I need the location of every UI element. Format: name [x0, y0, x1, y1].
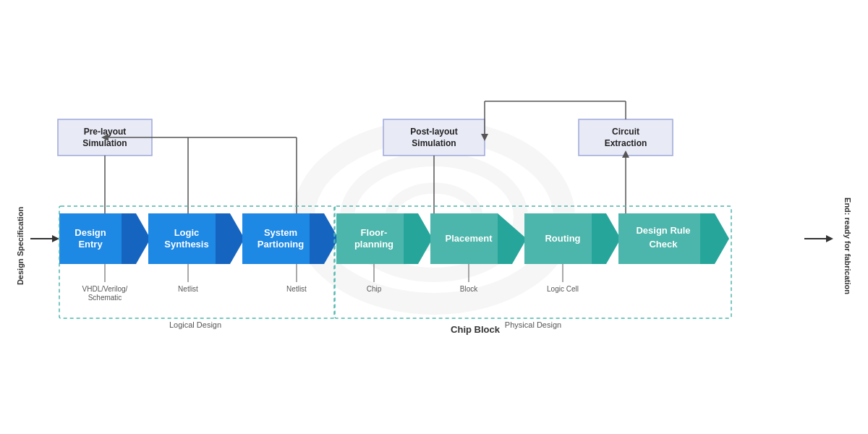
output-label-vhdl2: Schematic [88, 294, 122, 302]
placement-tip [498, 213, 527, 264]
pre-layout-sim-label2: Simulation [82, 138, 127, 148]
design-spec-label: Design Specification [16, 207, 25, 285]
floorplanning-tip [404, 213, 433, 264]
system-partioning-label1: System [264, 227, 297, 238]
logic-synthesis-label2: Synthesis [164, 239, 208, 250]
routing-tip [592, 213, 621, 264]
output-label-chip: Chip [367, 285, 382, 293]
post-layout-sim-label: Post-layout [410, 127, 457, 137]
input-arrow-head [52, 235, 59, 242]
circuit-extraction-box [579, 119, 673, 156]
diagram-svg: Design Specification End: ready for fabr… [14, 29, 854, 405]
logical-design-label: Logical Design [169, 320, 221, 329]
output-label-netlist1: Netlist [178, 285, 198, 293]
design-entry-label2: Entry [78, 239, 103, 250]
design-entry-tip [122, 213, 150, 264]
output-label-vhdl1: VHDL/Verilog/ [82, 285, 128, 293]
output-label-netlist2: Netlist [286, 285, 307, 293]
floorplanning-label1: Floor- [361, 227, 388, 238]
routing-label: Routing [545, 233, 580, 244]
physical-design-label: Physical Design [505, 320, 561, 329]
circuit-extraction-label2: Extraction [605, 138, 647, 148]
logic-synthesis-label1: Logic [174, 227, 200, 238]
output-label-logiccell: Logic Cell [547, 285, 579, 293]
post-layout-sim-label2: Simulation [412, 138, 456, 148]
floorplanning-label2: planning [354, 239, 393, 250]
system-partioning-label2: Partioning [258, 239, 304, 250]
main-container: Design Specification End: ready for fabr… [0, 0, 868, 434]
placement-label: Placement [445, 233, 493, 244]
post-layout-sim-box [383, 119, 485, 156]
pre-layout-sim-label: Pre-layout [84, 127, 127, 137]
design-rule-check-label1: Design Rule [636, 225, 690, 236]
circuit-extraction-label: Circuit [612, 127, 639, 137]
design-rule-check-label2: Check [649, 239, 678, 250]
design-entry-label1: Design [75, 227, 106, 238]
logic-synthesis-tip [216, 213, 244, 264]
end-label: End: ready for fabrication [843, 197, 852, 294]
output-label-block: Block [460, 285, 478, 293]
chip-block-label: Chip Block [451, 324, 501, 335]
design-rule-check-tip [700, 213, 729, 264]
output-arrow-head [826, 235, 833, 242]
